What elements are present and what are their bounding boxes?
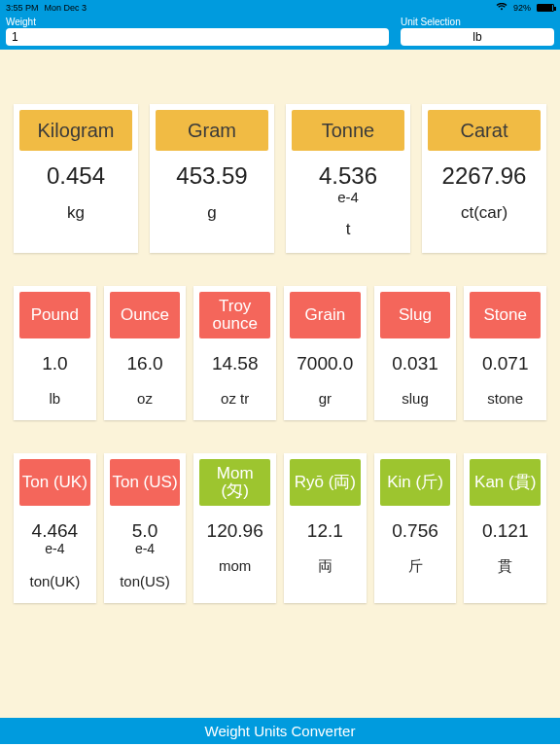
unit-card-value: 0.031: [392, 354, 438, 373]
unit-card-exponent: e-4: [319, 190, 377, 204]
status-time: 3:55 PM: [6, 3, 39, 13]
unit-card[interactable]: Tonne4.536e-4t: [286, 104, 410, 253]
battery-icon: [537, 4, 554, 12]
unit-card[interactable]: Kin (斤)0.756斤: [374, 453, 457, 603]
card-row: Ton (UK)4.464e-4ton(UK)Ton (US)5.0e-4ton…: [14, 453, 546, 603]
unit-card[interactable]: Ton (UK)4.464e-4ton(UK): [14, 453, 96, 603]
unit-card-symbol: ton(UK): [29, 573, 80, 589]
unit-card-header: Mom (匁): [199, 459, 270, 506]
unit-card[interactable]: Ryō (両)12.1両: [284, 453, 367, 603]
card-row: Kilogram0.454kgGram453.59gTonne4.536e-4t…: [14, 104, 546, 253]
unit-card-header: Pound: [19, 292, 90, 338]
unit-card-symbol: stone: [487, 390, 523, 407]
unit-card-value: 7000.0: [297, 354, 353, 373]
card-row: Pound1.0lbOunce16.0ozTroy ounce14.58oz t…: [14, 286, 546, 420]
unit-card-header: Kilogram: [19, 110, 132, 151]
unit-card[interactable]: Pound1.0lb: [14, 286, 96, 420]
weight-input-value: 1: [12, 30, 18, 44]
unit-card-value: 0.756: [392, 521, 438, 540]
unit-card-header: Carat: [428, 110, 541, 151]
unit-card-symbol: 貫: [498, 557, 512, 576]
unit-card[interactable]: Gram453.59g: [150, 104, 274, 253]
unit-card-header: Kin (斤): [380, 459, 451, 506]
unit-card-symbol: gr: [319, 390, 332, 407]
unit-select-value: lb: [472, 30, 481, 44]
unit-card[interactable]: Troy ounce14.58oz tr: [193, 286, 276, 420]
unit-select[interactable]: lb: [401, 28, 554, 46]
wifi-icon: [496, 3, 508, 13]
unit-card-value: 453.59: [176, 164, 247, 188]
unit-card-symbol: g: [207, 203, 216, 223]
unit-card[interactable]: Kan (貫)0.121貫: [464, 453, 546, 603]
weight-input[interactable]: 1: [6, 28, 389, 46]
unit-card-value: 0.454: [47, 164, 105, 188]
footer-title-bar: Weight Units Converter: [0, 718, 560, 744]
unit-card-value: 120.96: [207, 521, 263, 540]
unit-card-exponent: e-4: [132, 542, 158, 555]
unit-card-header: Gram: [156, 110, 268, 151]
status-date: Mon Dec 3: [45, 3, 88, 13]
unit-card-header: Ton (UK): [19, 459, 90, 506]
unit-card-symbol: 斤: [408, 557, 423, 576]
unit-card[interactable]: Carat2267.96ct(car): [422, 104, 546, 253]
unit-card[interactable]: Stone0.071stone: [464, 286, 546, 420]
unit-card-symbol: lb: [49, 390, 60, 407]
unit-card[interactable]: Grain7000.0gr: [284, 286, 367, 420]
unit-card-value: 4.464e-4: [32, 521, 79, 555]
topbar: Weight 1 Unit Selection lb: [0, 16, 560, 50]
unit-card[interactable]: Kilogram0.454kg: [14, 104, 138, 253]
unit-card-header: Slug: [380, 292, 451, 338]
unit-card-header: Stone: [470, 292, 541, 338]
unit-card-value: 0.121: [482, 521, 529, 540]
unit-card-symbol: oz tr: [221, 390, 249, 407]
unit-card-value: 0.071: [482, 354, 529, 373]
unit-card-value: 12.1: [307, 521, 343, 540]
unit-card-symbol: ct(car): [461, 203, 508, 223]
status-bar: 3:55 PM Mon Dec 3 92%: [0, 0, 560, 16]
unit-card[interactable]: Ton (US)5.0e-4ton(US): [104, 453, 187, 603]
unit-card-header: Grain: [290, 292, 361, 338]
unit-card-symbol: oz: [137, 390, 153, 407]
unit-card-value: 2267.96: [442, 164, 527, 188]
footer-title: Weight Units Converter: [205, 723, 356, 739]
unit-card-value: 14.58: [212, 354, 259, 373]
unit-card-symbol: slug: [402, 390, 429, 407]
unit-card-value: 16.0: [127, 354, 163, 373]
unit-card-header: Kan (貫): [470, 459, 541, 506]
unit-card-symbol: t: [346, 220, 351, 239]
unit-card[interactable]: Slug0.031slug: [374, 286, 457, 420]
unit-card-header: Ryō (両): [290, 459, 361, 506]
unit-card[interactable]: Mom (匁)120.96mom: [193, 453, 276, 603]
battery-percent: 92%: [513, 3, 531, 13]
unit-card-value: 4.536e-4: [319, 164, 377, 204]
main-content: Kilogram0.454kgGram453.59gTonne4.536e-4t…: [0, 50, 560, 718]
unit-card-header: Ton (US): [110, 459, 181, 506]
unit-card-header: Tonne: [292, 110, 404, 151]
unit-card-value: 1.0: [42, 354, 67, 373]
unit-card-header: Ounce: [110, 292, 181, 338]
unit-selection-label: Unit Selection: [401, 17, 554, 27]
unit-card[interactable]: Ounce16.0oz: [104, 286, 187, 420]
unit-card-symbol: ton(US): [120, 573, 170, 589]
unit-card-symbol: 両: [318, 557, 332, 576]
unit-card-value: 5.0e-4: [132, 521, 158, 555]
weight-label: Weight: [6, 17, 389, 27]
unit-card-symbol: mom: [219, 557, 251, 574]
unit-card-exponent: e-4: [32, 542, 79, 555]
unit-card-header: Troy ounce: [199, 292, 270, 338]
unit-card-symbol: kg: [67, 203, 85, 223]
